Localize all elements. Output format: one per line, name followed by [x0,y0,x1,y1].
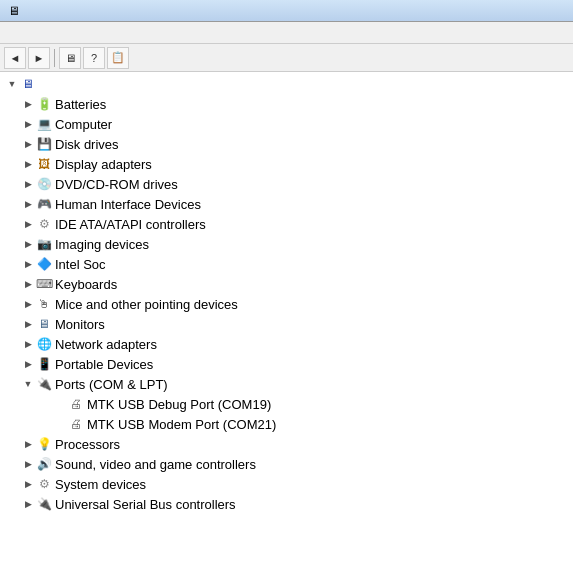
expand-btn[interactable]: ▶ [20,96,36,112]
tree-item-label: Imaging devices [55,237,149,252]
tree-item-label: Ports (COM & LPT) [55,377,168,392]
tree-item[interactable]: ▶💾Disk drives [0,134,573,154]
tree-item-label: MTK USB Debug Port (COM19) [87,397,271,412]
tree-item[interactable]: ▶💻Computer [0,114,573,134]
tree-item[interactable]: ▶⚙IDE ATA/ATAPI controllers [0,214,573,234]
tree-item[interactable]: ▶📷Imaging devices [0,234,573,254]
title-bar-icon: 🖥 [6,3,22,19]
tree-item-label: System devices [55,477,146,492]
tree-item[interactable]: ▶🔋Batteries [0,94,573,114]
tree-item-icon: ⚙ [36,476,52,492]
tree-item-icon: 🔊 [36,456,52,472]
tree-items: ▶🔋Batteries▶💻Computer▶💾Disk drives▶🖼Disp… [0,94,573,514]
tree-item-label: Display adapters [55,157,152,172]
tree-item[interactable]: ▶🔊Sound, video and game controllers [0,454,573,474]
tree-item-label: Mice and other pointing devices [55,297,238,312]
toolbar: ◄ ► 🖥 ? 📋 [0,44,573,72]
title-bar: 🖥 [0,0,573,22]
tree-item-icon: 🖼 [36,156,52,172]
tree-item-label: Batteries [55,97,106,112]
menu-bar [0,22,573,44]
root-expand[interactable]: ▼ [4,76,20,92]
expand-btn[interactable]: ▶ [20,256,36,272]
menu-file[interactable] [4,31,20,35]
expand-btn[interactable]: ▶ [20,476,36,492]
expand-btn[interactable]: ▶ [20,116,36,132]
tree-item-label: Universal Serial Bus controllers [55,497,236,512]
tree-item-icon: 🔌 [36,496,52,512]
tree-item-icon: 📱 [36,356,52,372]
toolbar-separator-1 [54,49,55,67]
tree-item[interactable]: ▶🔷Intel Soc [0,254,573,274]
menu-action[interactable] [20,31,36,35]
device-tree: ▼ 🖥 ▶🔋Batteries▶💻Computer▶💾Disk drives▶🖼… [0,72,573,564]
tree-item-icon: 🌐 [36,336,52,352]
expand-btn[interactable]: ▶ [20,136,36,152]
tree-item[interactable]: ▶💡Processors [0,434,573,454]
expand-btn[interactable]: ▶ [20,456,36,472]
tree-item-label: MTK USB Modem Port (COM21) [87,417,276,432]
menu-help[interactable] [52,31,68,35]
tree-item-icon: 🎮 [36,196,52,212]
expand-btn[interactable] [52,396,68,412]
tree-item[interactable]: ▶⌨Keyboards [0,274,573,294]
expand-btn[interactable]: ▶ [20,196,36,212]
expand-btn[interactable]: ▶ [20,436,36,452]
tree-item-icon: 💻 [36,116,52,132]
tree-item-icon: 🔷 [36,256,52,272]
tree-item[interactable]: ▶🎮Human Interface Devices [0,194,573,214]
tree-item[interactable]: ▶🌐Network adapters [0,334,573,354]
menu-view[interactable] [36,31,52,35]
expand-btn[interactable]: ▶ [20,236,36,252]
tree-item[interactable]: ▶🖥Monitors [0,314,573,334]
expand-btn[interactable]: ▶ [20,336,36,352]
tree-item-icon: 🖱 [36,296,52,312]
tree-root[interactable]: ▼ 🖥 [0,74,573,94]
tree-item-label: Intel Soc [55,257,106,272]
tree-item-label: Portable Devices [55,357,153,372]
tree-item[interactable]: 🖨MTK USB Debug Port (COM19) [0,394,573,414]
tree-item-icon: 🖨 [68,416,84,432]
tree-item-label: Processors [55,437,120,452]
tree-item-icon: 📷 [36,236,52,252]
expand-btn[interactable] [52,416,68,432]
tree-item-label: Human Interface Devices [55,197,201,212]
expand-btn[interactable]: ▼ [20,376,36,392]
expand-btn[interactable]: ▶ [20,316,36,332]
tree-item[interactable]: ▶🖼Display adapters [0,154,573,174]
tree-item[interactable]: ▼🔌Ports (COM & LPT) [0,374,573,394]
tree-item-label: Monitors [55,317,105,332]
expand-btn[interactable]: ▶ [20,156,36,172]
tree-item-icon: 🔋 [36,96,52,112]
tree-item-label: Network adapters [55,337,157,352]
tree-item-icon: ⚙ [36,216,52,232]
properties-button[interactable]: 📋 [107,47,129,69]
tree-item-icon: 💡 [36,436,52,452]
expand-btn[interactable]: ▶ [20,296,36,312]
tree-item-label: DVD/CD-ROM drives [55,177,178,192]
tree-item-icon: 🖥 [36,316,52,332]
back-button[interactable]: ◄ [4,47,26,69]
tree-item-icon: 🔌 [36,376,52,392]
expand-btn[interactable]: ▶ [20,356,36,372]
tree-item[interactable]: ▶⚙System devices [0,474,573,494]
tree-item-label: Keyboards [55,277,117,292]
expand-btn[interactable]: ▶ [20,216,36,232]
forward-button[interactable]: ► [28,47,50,69]
tree-item[interactable]: ▶🔌Universal Serial Bus controllers [0,494,573,514]
tree-item[interactable]: ▶💿DVD/CD-ROM drives [0,174,573,194]
tree-item[interactable]: ▶📱Portable Devices [0,354,573,374]
expand-btn[interactable]: ▶ [20,276,36,292]
root-icon: 🖥 [20,76,36,92]
expand-btn[interactable]: ▶ [20,176,36,192]
device-manager-button[interactable]: 🖥 [59,47,81,69]
tree-item-icon: 💾 [36,136,52,152]
tree-item[interactable]: ▶🖱Mice and other pointing devices [0,294,573,314]
tree-item-label: IDE ATA/ATAPI controllers [55,217,206,232]
tree-item-icon: ⌨ [36,276,52,292]
tree-item-icon: 💿 [36,176,52,192]
help-button[interactable]: ? [83,47,105,69]
tree-item[interactable]: 🖨MTK USB Modem Port (COM21) [0,414,573,434]
tree-item-label: Sound, video and game controllers [55,457,256,472]
expand-btn[interactable]: ▶ [20,496,36,512]
